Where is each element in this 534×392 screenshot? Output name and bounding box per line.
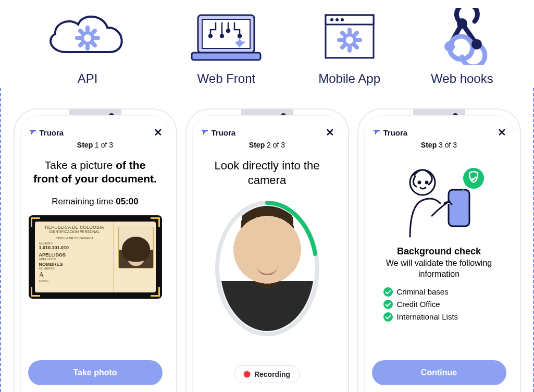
step-indicator: Step 3 of 3 <box>372 141 506 149</box>
svg-line-28 <box>342 45 344 47</box>
phone-step-2: Truora ✕ Step 2 of 3 Look directly into … <box>187 109 348 392</box>
brand-mark-icon <box>200 128 209 137</box>
integration-label: API <box>78 71 98 86</box>
webhook-icon <box>431 5 493 65</box>
phones-row: Truora ✕ Step 1 of 3 Take a picture of t… <box>0 109 534 392</box>
continue-button[interactable]: Continue <box>372 360 506 385</box>
background-check-illustration <box>372 158 506 242</box>
svg-point-30 <box>457 18 467 29</box>
svg-line-26 <box>342 33 344 35</box>
svg-point-14 <box>227 29 230 32</box>
integration-webhooks[interactable]: Web hooks <box>426 5 499 86</box>
brand-name: Truora <box>40 128 64 137</box>
brand-name: Truora <box>212 128 236 137</box>
id-subtype: CEDULA DE CIUDADANIA <box>39 237 110 240</box>
svg-point-21 <box>344 35 355 45</box>
brand-logo: Truora <box>372 128 408 137</box>
id-document-preview: REPUBLICA DE COLOMBIA IDENTIFICACION PER… <box>29 215 162 299</box>
brand-name: Truora <box>383 128 408 137</box>
svg-point-36 <box>426 181 428 183</box>
id-signature: A <box>39 271 110 279</box>
bg-check-title: Background check <box>372 246 506 257</box>
close-button[interactable]: ✕ <box>154 127 163 138</box>
list-item: Credit Office <box>383 300 506 309</box>
step-indicator: Step 1 of 3 <box>28 141 163 149</box>
brand-logo: Truora <box>200 128 236 137</box>
close-button[interactable]: ✕ <box>498 127 506 138</box>
integration-api[interactable]: API <box>35 5 140 86</box>
svg-line-5 <box>80 31 82 33</box>
svg-rect-11 <box>192 53 260 60</box>
brand-mark-icon <box>28 128 38 137</box>
list-item: International Lists <box>383 312 506 322</box>
svg-line-27 <box>355 45 357 47</box>
brand-logo: Truora <box>28 128 64 137</box>
check-icon <box>383 300 393 309</box>
bg-check-subtitle: We will validate the following informati… <box>382 258 496 280</box>
phone-step-1: Truora ✕ Step 1 of 3 Take a picture of t… <box>15 109 176 392</box>
svg-line-6 <box>93 43 95 45</box>
cloud-gear-icon <box>41 5 134 65</box>
integration-label: Web Front <box>197 71 256 86</box>
take-photo-button[interactable]: Take photo <box>28 360 163 385</box>
record-dot-icon <box>244 371 250 377</box>
check-icon <box>383 287 393 297</box>
svg-point-35 <box>418 181 420 183</box>
svg-line-8 <box>93 31 95 33</box>
svg-point-15 <box>238 34 241 38</box>
id-country: REPUBLICA DE COLOMBIA <box>39 225 110 230</box>
svg-point-13 <box>220 34 223 38</box>
selfie-frame <box>215 201 319 336</box>
brand-mark-icon <box>372 128 381 137</box>
close-button[interactable]: ✕ <box>326 127 334 138</box>
svg-point-0 <box>82 33 93 43</box>
countdown: Remaining time 05:00 <box>28 197 163 207</box>
svg-point-32 <box>471 39 482 50</box>
window-gear-icon <box>318 5 381 65</box>
svg-point-12 <box>209 34 212 38</box>
phone-step-3: Truora ✕ Step 3 of 3 <box>358 109 520 392</box>
list-item: Criminal bases <box>383 287 506 297</box>
svg-point-18 <box>330 18 333 21</box>
bg-check-list: Criminal bases Credit Office Internation… <box>372 287 506 322</box>
id-doc-type: IDENTIFICACION PERSONAL <box>39 230 110 234</box>
step-indicator: Step 2 of 3 <box>200 141 334 149</box>
svg-line-7 <box>80 43 82 45</box>
svg-rect-10 <box>202 19 250 48</box>
svg-line-29 <box>355 33 357 35</box>
integration-tabs: API Web Front <box>0 0 534 86</box>
svg-rect-37 <box>449 190 469 226</box>
headline: Take a picture of the front of your docu… <box>31 158 159 186</box>
integration-label: Mobile App <box>318 71 380 86</box>
integration-label: Web hooks <box>431 71 493 86</box>
integration-mobile[interactable]: Mobile App <box>313 5 386 86</box>
id-photo <box>118 227 154 268</box>
selfie-face-placeholder <box>220 206 314 331</box>
laptop-circuit-icon <box>184 5 268 65</box>
svg-point-20 <box>341 18 344 21</box>
recording-indicator: Recording <box>234 365 300 383</box>
check-icon <box>383 312 393 322</box>
id-number: 1.010.101.010 <box>39 245 110 250</box>
integration-webfront[interactable]: Web Front <box>179 5 273 86</box>
svg-point-19 <box>336 18 339 21</box>
headline: Look directly into the camera <box>203 158 331 187</box>
svg-point-31 <box>444 41 455 52</box>
